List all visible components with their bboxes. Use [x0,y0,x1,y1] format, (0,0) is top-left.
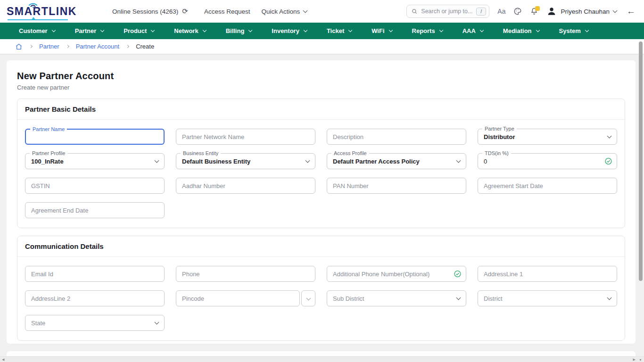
aadhar-number-field[interactable] [176,178,315,194]
valid-check-icon [454,270,462,278]
pan-number-input[interactable] [333,182,460,189]
state-select[interactable]: State [25,315,165,331]
user-menu[interactable]: Priyesh Chauhan [546,6,617,16]
access-profile-select[interactable]: Access Profile Default Partner Access Po… [327,153,466,169]
scroll-down-arrow[interactable]: ▼ [639,358,642,362]
pincode-dropdown-toggle[interactable] [301,290,315,306]
chevron-down-icon [100,28,104,32]
email-field[interactable] [25,266,165,282]
gstin-field[interactable] [25,178,165,194]
partner-network-name-field[interactable] [176,129,315,145]
communication-details-card: Communication Details [17,236,625,341]
app-logo[interactable]: SMARTLINK [7,5,99,18]
pincode-field[interactable] [176,290,300,306]
additional-phone-input[interactable] [333,271,451,278]
home-icon[interactable] [15,43,23,50]
breadcrumb-separator [126,45,129,48]
nav-item-reports[interactable]: Reports [402,23,453,39]
refresh-icon[interactable]: ⟳ [182,7,188,16]
district-select[interactable]: District [478,290,617,306]
agreement-start-date-input[interactable] [484,182,611,189]
sub-district-placeholder: Sub District [333,295,364,302]
page-subtitle: Create new partner [17,84,625,91]
tds-field[interactable]: TDS(in %) 0 [478,153,617,169]
nav-item-partner[interactable]: Partner [65,23,114,39]
address-line-1-field[interactable] [478,266,617,282]
pan-number-field[interactable] [327,178,466,194]
agreement-end-date-input[interactable] [31,207,158,214]
nav-item-ticket[interactable]: Ticket [317,23,362,39]
gstin-input[interactable] [31,182,158,189]
nav-item-aaa[interactable]: AAA [453,23,493,39]
logo-underline [8,19,68,20]
sub-district-select[interactable]: Sub District [327,290,466,306]
user-name: Priyesh Chauhan [561,8,610,15]
chevron-down-icon [456,158,461,163]
access-profile-value: Default Partner Access Policy [333,158,420,165]
partner-name-field[interactable]: Partner Name [25,129,165,145]
breadcrumb-separator [29,45,33,48]
global-search[interactable]: / [406,5,489,18]
vertical-scrollbar-thumb[interactable] [639,41,643,281]
business-entity-select[interactable]: Business Entity Default Business Entity [176,153,315,169]
chevron-down-icon [305,158,310,163]
valid-check-icon [604,157,612,165]
business-entity-value: Default Business Entity [182,158,250,165]
notification-badge [535,6,540,11]
description-field[interactable] [327,129,466,145]
breadcrumb-separator [66,45,69,48]
breadcrumb-link-partner-account[interactable]: Partner Account [76,43,120,50]
nav-item-billing[interactable]: Billing [216,23,262,39]
logo-text: SMARTLINK [7,5,77,17]
notifications-bell-icon[interactable] [530,7,538,16]
chevron-down-icon [155,320,159,325]
partner-name-input[interactable] [32,133,158,140]
nav-item-system[interactable]: System [549,23,598,39]
district-placeholder: District [484,295,503,302]
access-request-link[interactable]: Access Request [204,8,250,15]
back-arrow-icon[interactable]: ← [627,6,636,16]
agreement-start-date-field[interactable] [478,178,617,194]
chevron-down-icon [607,134,612,139]
chevron-down-icon [388,28,392,32]
theme-palette-icon[interactable] [513,7,522,16]
pincode-input[interactable] [182,295,294,302]
address-line-2-input[interactable] [31,295,158,302]
scroll-right-arrow[interactable]: ▶ [633,358,636,361]
online-sessions[interactable]: Online Sessions (4263) ⟳ [112,7,188,16]
additional-phone-field[interactable] [327,266,466,282]
phone-input[interactable] [182,271,309,278]
breadcrumb-link-partner[interactable]: Partner [39,43,59,50]
description-input[interactable] [333,133,460,140]
chevron-down-icon [536,28,539,32]
phone-field[interactable] [176,266,315,282]
chevron-down-icon [303,8,308,13]
address-line-1-input[interactable] [484,271,611,278]
nav-item-customer[interactable]: Customer [9,23,65,39]
agreement-end-date-field[interactable] [25,202,165,218]
partner-profile-select[interactable]: Partner Profile 100_InRate [25,153,165,169]
nav-item-product[interactable]: Product [114,23,164,39]
quick-actions-menu[interactable]: Quick Actions [261,8,307,15]
partner-type-select[interactable]: Partner Type Distributor [478,129,617,145]
nav-item-inventory[interactable]: Inventory [262,23,317,39]
nav-item-mediation[interactable]: Mediation [493,23,549,39]
pincode-group [176,290,315,306]
horizontal-scrollbar[interactable]: ◀ ▶ [0,356,644,362]
quick-actions-label: Quick Actions [261,8,300,15]
chevron-down-icon [348,28,352,32]
nav-item-network[interactable]: Network [164,23,215,39]
chevron-down-icon [456,296,461,300]
address-line-2-field[interactable] [25,290,165,306]
chevron-down-icon [248,28,252,32]
nav-item-wifi[interactable]: WiFi [362,23,402,39]
partner-network-name-input[interactable] [182,133,309,140]
search-input[interactable] [421,8,473,15]
font-size-toggle[interactable]: Aa [497,8,505,15]
breadcrumb-current: Create [136,43,154,50]
scroll-left-arrow[interactable]: ◀ [2,358,4,361]
email-input[interactable] [31,271,158,278]
partner-type-value: Distributor [484,133,515,140]
aadhar-number-input[interactable] [182,182,309,189]
online-sessions-label: Online Sessions (4263) [112,8,178,15]
